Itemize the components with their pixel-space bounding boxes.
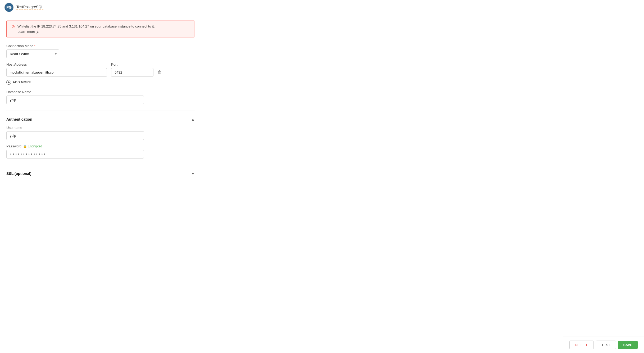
svg-text:PG: PG bbox=[6, 5, 12, 10]
host-port-row: Host Address Port 🗑 bbox=[6, 62, 195, 77]
ssl-header[interactable]: SSL (optional) ▼ bbox=[6, 171, 195, 176]
lock-icon: 🔒 bbox=[23, 144, 27, 148]
add-more-button[interactable]: + ADD MORE bbox=[6, 79, 31, 86]
password-label-text: Password bbox=[6, 144, 21, 148]
authentication-chevron-icon: ▲ bbox=[191, 117, 195, 121]
host-address-input[interactable] bbox=[6, 68, 107, 77]
database-name-input[interactable] bbox=[6, 96, 144, 104]
authentication-header[interactable]: Authentication ▲ bbox=[6, 117, 195, 121]
alert-text: Whitelist the IP 18.223.74.85 and 3.131.… bbox=[17, 24, 155, 34]
divider-authentication bbox=[6, 111, 195, 111]
username-label: Username bbox=[6, 126, 144, 130]
authentication-title: Authentication bbox=[6, 117, 32, 121]
ssl-title: SSL (optional) bbox=[6, 171, 31, 176]
ssl-chevron-icon: ▼ bbox=[191, 171, 195, 176]
divider-ssl bbox=[6, 165, 195, 165]
password-label-row: Password 🔒 Encrypted bbox=[6, 144, 144, 148]
alert-icon: ⊘ bbox=[11, 24, 15, 29]
username-field: Username bbox=[6, 126, 144, 140]
port-input-wrapper: Port bbox=[111, 62, 153, 77]
alert-banner: ⊘ Whitelist the IP 18.223.74.85 and 3.13… bbox=[6, 20, 195, 38]
encrypted-badge: 🔒 Encrypted bbox=[23, 144, 42, 148]
db-title[interactable]: TestPostgreSQL bbox=[16, 5, 43, 10]
database-name-label: Database Name bbox=[6, 90, 144, 94]
authentication-section: Authentication ▲ Username Password 🔒 Enc… bbox=[6, 117, 195, 159]
host-address-field: Host Address bbox=[6, 62, 107, 77]
add-circle-icon: + bbox=[6, 80, 11, 85]
port-field: Port 🗑 bbox=[111, 62, 164, 77]
main-content: ⊘ Whitelist the IP 18.223.74.85 and 3.13… bbox=[0, 15, 201, 185]
host-address-label: Host Address bbox=[6, 62, 107, 66]
password-input[interactable] bbox=[6, 150, 144, 159]
password-field: Password 🔒 Encrypted bbox=[6, 144, 144, 159]
port-label: Port bbox=[111, 62, 153, 66]
postgres-logo-icon: PG bbox=[4, 3, 14, 12]
learn-more-link[interactable]: Learn more bbox=[17, 30, 35, 34]
header: PG TestPostgreSQL bbox=[0, 0, 644, 15]
connection-mode-select-wrapper: Read / Write Read Only ▾ bbox=[6, 49, 59, 58]
auth-fields: Username Password 🔒 Encrypted bbox=[6, 126, 144, 159]
connection-mode-select[interactable]: Read / Write Read Only bbox=[6, 49, 59, 58]
encrypted-text: Encrypted bbox=[28, 144, 42, 148]
required-indicator: * bbox=[34, 44, 35, 48]
port-input[interactable] bbox=[111, 68, 153, 77]
username-input[interactable] bbox=[6, 131, 144, 140]
external-link-icon: ↗ bbox=[36, 30, 40, 34]
delete-port-button[interactable]: 🗑 bbox=[156, 68, 164, 77]
ssl-section: SSL (optional) ▼ bbox=[6, 171, 195, 176]
connection-mode-section: Connection Mode * Read / Write Read Only… bbox=[6, 44, 195, 58]
connection-mode-label: Connection Mode * bbox=[6, 44, 195, 48]
database-name-section: Database Name bbox=[6, 90, 144, 104]
